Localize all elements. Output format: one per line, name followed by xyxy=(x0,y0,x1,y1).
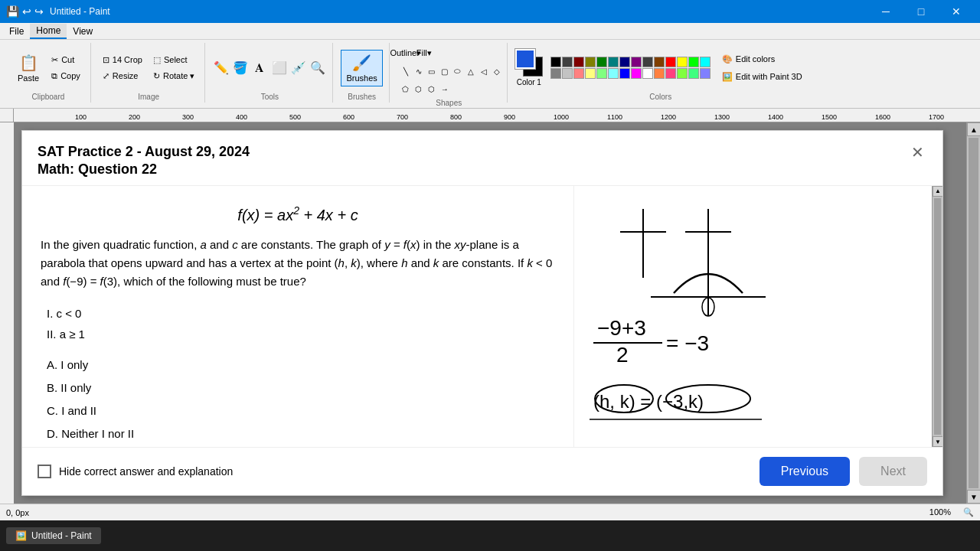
swatch-orange[interactable] xyxy=(654,68,665,79)
redo-icon[interactable]: ↪ xyxy=(34,5,44,18)
swatch-gray1[interactable] xyxy=(642,57,653,67)
scroll-down-arrow[interactable]: ▼ xyxy=(967,490,980,504)
swatch-green[interactable] xyxy=(688,57,699,67)
edit-paint3d-button[interactable]: 🖼️ Edit with Paint 3D xyxy=(718,70,806,84)
svg-text:1100: 1100 xyxy=(607,113,622,121)
next-button[interactable]: Next xyxy=(859,457,927,486)
scroll-thumb xyxy=(969,138,978,488)
choice-d[interactable]: D. Neither I nor II xyxy=(47,422,555,445)
choice-a[interactable]: A. I only xyxy=(47,354,555,377)
vruler-svg xyxy=(0,122,14,504)
status-bar: 0, 0px 100% 🔍 xyxy=(0,504,980,520)
handwriting-area[interactable]: −9+3 2 = −3 (h, k) = (−3,k) xyxy=(574,186,942,447)
eraser-tool[interactable]: ⬜ xyxy=(271,60,288,77)
cut-button[interactable]: ✂ Cut xyxy=(47,53,84,67)
scroll-thumb xyxy=(934,198,941,435)
paint3d-icon: 🖼️ xyxy=(722,72,733,82)
color1-swatch[interactable] xyxy=(515,49,535,69)
swatch-lightgray[interactable] xyxy=(562,68,573,79)
swatch-mint[interactable] xyxy=(688,68,699,79)
scroll-down[interactable]: ▼ xyxy=(933,436,942,447)
outline-option[interactable]: Outline▾ xyxy=(397,44,414,61)
choice-c[interactable]: C. I and II xyxy=(47,399,555,422)
swatch-darkgray[interactable] xyxy=(562,57,573,67)
brush-icon: 🖌️ xyxy=(352,54,371,72)
swatch-yellow[interactable] xyxy=(677,57,688,67)
swatch-lightcyan[interactable] xyxy=(608,68,619,79)
hide-answer-checkbox[interactable] xyxy=(38,465,51,478)
taskbar-paint-button[interactable]: 🖼️ Untitled - Paint xyxy=(6,527,101,544)
swatch-darkred[interactable] xyxy=(573,57,584,67)
select-button[interactable]: ⬚ Select xyxy=(149,53,198,67)
save-icon[interactable]: 💾 xyxy=(6,5,19,18)
shape-arrow[interactable]: → xyxy=(436,80,453,97)
scroll-up[interactable]: ▲ xyxy=(933,186,942,197)
swatch-darkblue[interactable] xyxy=(619,57,630,67)
picker-tool[interactable]: 💉 xyxy=(290,60,307,77)
swatch-lavender[interactable] xyxy=(700,68,710,79)
rotate-button[interactable]: ↻ Rotate ▾ xyxy=(149,69,198,83)
swatch-black[interactable] xyxy=(550,57,561,67)
panel-close-button[interactable]: ✕ xyxy=(908,143,927,161)
swatch-lime[interactable] xyxy=(677,68,688,79)
main-scrollbar[interactable]: ▲ ▼ xyxy=(966,122,980,504)
maximize-button[interactable]: □ xyxy=(903,0,939,23)
fill-tool[interactable]: 🪣 xyxy=(232,60,249,77)
hide-answer-label: Hide correct answer and explanation xyxy=(59,465,233,478)
svg-text:100: 100 xyxy=(75,113,87,121)
swatch-gray2[interactable] xyxy=(550,68,561,79)
color1-label: Color 1 xyxy=(515,78,543,86)
undo-icon[interactable]: ↩ xyxy=(22,5,31,18)
swatch-darkcyan[interactable] xyxy=(608,57,619,67)
svg-text:(h, k) = (−3,k): (h, k) = (−3,k) xyxy=(593,391,704,412)
swatch-lightred[interactable] xyxy=(573,68,584,79)
edit-colors-button[interactable]: 🎨 Edit colors xyxy=(718,52,806,67)
panel-scrollbar[interactable]: ▲ ▼ xyxy=(932,186,942,447)
main-canvas-area[interactable]: SAT Practice 2 - August 29, 2024 Math: Q… xyxy=(14,122,966,504)
answer-choices: A. I only B. II only C. I and II D. Neit… xyxy=(41,354,555,445)
scroll-up-arrow[interactable]: ▲ xyxy=(967,122,980,136)
choice-b[interactable]: B. II only xyxy=(47,377,555,399)
swatch-pink[interactable] xyxy=(665,68,676,79)
window-controls: ─ □ ✕ xyxy=(868,0,974,23)
canvas-wrapper: SAT Practice 2 - August 29, 2024 Math: Q… xyxy=(0,122,980,504)
fill-option[interactable]: Fill▾ xyxy=(416,44,433,61)
title-bar-left: 💾 ↩ ↪ Untitled - Paint xyxy=(6,5,110,18)
swatch-lightyellow[interactable] xyxy=(585,68,596,79)
home-menu[interactable]: Home xyxy=(30,24,67,39)
crop-button[interactable]: ⊡ 14 Crop xyxy=(99,53,146,67)
text-tool[interactable]: 𝐀 xyxy=(251,60,268,77)
shapes-content: Outline▾ Fill▾ ╲ ∿ ▭ ▢ ⬭ △ ◁ ◇ ⬠ ⬡ ⬡ → xyxy=(397,44,501,97)
panel-title-line1: SAT Practice 2 - August 29, 2024 xyxy=(38,143,250,161)
minimize-button[interactable]: ─ xyxy=(868,0,903,23)
copy-button[interactable]: ⧉ Copy xyxy=(47,69,84,83)
shapes-grid: ╲ ∿ ▭ ▢ ⬭ △ ◁ ◇ ⬠ ⬡ ⬡ → xyxy=(397,63,501,97)
file-menu[interactable]: File xyxy=(3,24,30,38)
swatch-red[interactable] xyxy=(665,57,676,67)
swatch-brown[interactable] xyxy=(654,57,665,67)
resize-button[interactable]: ⤢ Resize xyxy=(99,69,146,83)
pencil-tool[interactable]: ✏️ xyxy=(213,60,230,77)
swatch-darkyellow[interactable] xyxy=(585,57,596,67)
paste-button[interactable]: 📋 Paste xyxy=(12,50,44,86)
question-right: ▲ ▼ xyxy=(573,186,942,447)
swatch-cyan[interactable] xyxy=(700,57,710,67)
zoom-controls[interactable]: 🔍 xyxy=(963,507,974,517)
swatch-darkpurple[interactable] xyxy=(631,57,642,67)
svg-text:−9+3: −9+3 xyxy=(597,316,646,340)
previous-button[interactable]: Previous xyxy=(760,457,850,486)
swatch-magenta[interactable] xyxy=(631,68,642,79)
shape-diamond[interactable]: ◇ xyxy=(488,63,505,80)
svg-text:600: 600 xyxy=(343,113,354,121)
palette-area xyxy=(550,57,710,79)
view-menu[interactable]: View xyxy=(67,24,99,38)
swatch-darkgreen[interactable] xyxy=(596,57,607,67)
swatch-lightgreen[interactable] xyxy=(596,68,607,79)
svg-text:1500: 1500 xyxy=(822,113,837,121)
close-button[interactable]: ✕ xyxy=(939,0,974,23)
brushes-button[interactable]: 🖌️ Brushes xyxy=(341,50,382,86)
swatch-blue[interactable] xyxy=(619,68,630,79)
svg-text:1000: 1000 xyxy=(554,113,569,121)
swatch-white[interactable] xyxy=(642,68,653,79)
zoom-tool[interactable]: 🔍 xyxy=(309,60,326,77)
